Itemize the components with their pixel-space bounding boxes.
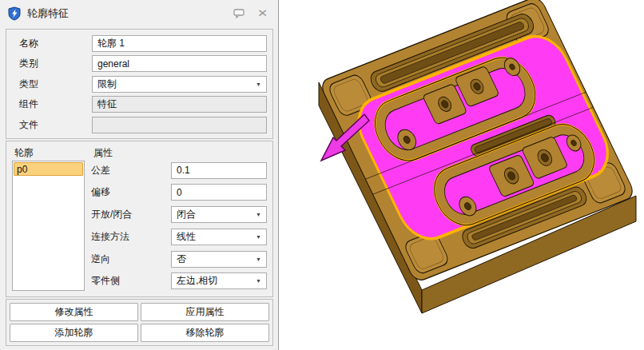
reverse-row: 逆向 否 ▼	[91, 249, 267, 268]
dropdown-arrow-icon: ▼	[256, 278, 261, 284]
contour-feature-dialog: 轮廓特征 ✕ 名称 轮廓 1 类别 general 类型 限制 ▼ 组件	[0, 0, 279, 350]
connection-method-label: 连接方法	[91, 230, 171, 244]
name-row: 名称 轮廓 1	[12, 34, 267, 53]
offset-row: 偏移 0	[91, 183, 267, 202]
add-contour-button[interactable]: 添加轮廓	[10, 324, 138, 342]
category-input[interactable]: general	[92, 55, 267, 72]
action-buttons-group: 修改属性 应用属性 添加轮廓 移除轮廓	[6, 299, 273, 346]
contour-list-item-p0[interactable]: p0	[14, 162, 83, 176]
apply-attributes-button[interactable]: 应用属性	[141, 303, 269, 321]
open-closed-row: 开放/闭合 闭合 ▼	[91, 205, 267, 225]
connection-method-select[interactable]: 线性 ▼	[171, 229, 267, 245]
cad-model-mold-plate	[279, 0, 644, 350]
category-label: 类别	[12, 57, 92, 70]
connection-method-row: 连接方法 线性 ▼	[91, 227, 267, 246]
dropdown-arrow-icon: ▼	[256, 212, 261, 217]
name-input[interactable]: 轮廓 1	[92, 35, 267, 52]
file-label: 文件	[12, 118, 92, 132]
3d-viewport[interactable]	[279, 0, 644, 350]
contour-attributes-group: 轮廓 属性 p0 公差 0.1 偏移 0 开放/闭合 闭合	[6, 141, 273, 297]
open-closed-value: 闭合	[177, 208, 196, 221]
reverse-value: 否	[177, 253, 186, 266]
type-label: 类型	[12, 78, 92, 91]
file-row: 文件	[12, 115, 267, 134]
dropdown-arrow-icon: ▼	[256, 234, 261, 240]
category-row: 类别 general	[12, 54, 267, 74]
remove-contour-button[interactable]: 移除轮廓	[141, 324, 269, 342]
type-select[interactable]: 限制 ▼	[92, 76, 267, 93]
comment-icon[interactable]	[230, 6, 248, 21]
reverse-select[interactable]: 否 ▼	[171, 251, 267, 268]
reverse-label: 逆向	[91, 253, 171, 266]
contour-section-label: 轮廓	[12, 146, 93, 160]
attributes-section-label: 属性	[93, 146, 113, 160]
offset-label: 偏移	[91, 185, 171, 199]
file-field	[92, 117, 267, 133]
name-label: 名称	[12, 37, 92, 50]
type-select-value: 限制	[97, 78, 117, 91]
dropdown-arrow-icon: ▼	[256, 82, 261, 87]
offset-input[interactable]: 0	[171, 184, 267, 201]
modify-attributes-button[interactable]: 修改属性	[10, 303, 138, 321]
part-side-value: 左边,相切	[177, 274, 217, 288]
component-field: 特征	[92, 96, 267, 113]
dropdown-arrow-icon: ▼	[256, 257, 261, 262]
dialog-title: 轮廓特征	[27, 6, 225, 21]
component-row: 组件 特征	[12, 95, 267, 114]
tolerance-input[interactable]: 0.1	[171, 162, 267, 179]
tolerance-row: 公差 0.1	[91, 161, 267, 180]
tolerance-label: 公差	[91, 164, 171, 177]
close-icon[interactable]: ✕	[253, 6, 271, 21]
part-side-row: 零件侧 左边,相切 ▼	[91, 272, 267, 291]
component-label: 组件	[12, 97, 92, 111]
dialog-titlebar[interactable]: 轮廓特征 ✕	[0, 0, 278, 26]
contour-list[interactable]: p0	[12, 161, 85, 291]
part-side-label: 零件侧	[91, 274, 171, 288]
feature-icon	[7, 6, 22, 21]
connection-method-value: 线性	[177, 230, 196, 244]
type-row: 类型 限制 ▼	[12, 74, 267, 93]
open-closed-label: 开放/闭合	[91, 208, 171, 221]
open-closed-select[interactable]: 闭合 ▼	[171, 206, 267, 223]
part-side-select[interactable]: 左边,相切 ▼	[171, 272, 267, 289]
general-fields-group: 名称 轮廓 1 类别 general 类型 限制 ▼ 组件 特征 文件	[6, 29, 273, 139]
